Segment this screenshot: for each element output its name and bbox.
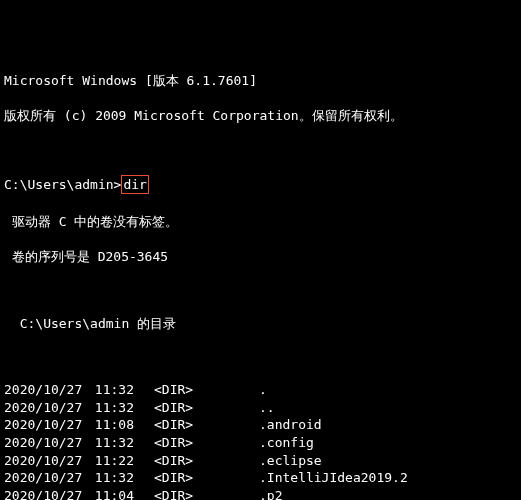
header-line-2: 版权所有 (c) 2009 Microsoft Corporation。保留所有… bbox=[4, 107, 517, 125]
prompt-dir: C:\Users\admin>dir bbox=[4, 176, 517, 194]
entry-dir-marker: <DIR> bbox=[144, 487, 224, 500]
entry-date: 2020/10/27 bbox=[4, 381, 84, 399]
entry-name: .config bbox=[224, 434, 314, 452]
entry-name: .. bbox=[224, 399, 275, 417]
entry-time: 11:32 bbox=[84, 381, 134, 399]
entry-name: .eclipse bbox=[224, 452, 322, 470]
dir-entry: 2020/10/2711:04<DIR>.p2 bbox=[4, 487, 517, 500]
entry-dir-marker: <DIR> bbox=[144, 399, 224, 417]
entry-name: .p2 bbox=[224, 487, 282, 500]
entry-date: 2020/10/27 bbox=[4, 452, 84, 470]
entry-dir-marker: <DIR> bbox=[144, 434, 224, 452]
entry-date: 2020/10/27 bbox=[4, 399, 84, 417]
dir-entry: 2020/10/2711:32<DIR>. bbox=[4, 381, 517, 399]
entry-dir-marker: <DIR> bbox=[144, 416, 224, 434]
entry-dir-marker: <DIR> bbox=[144, 469, 224, 487]
entry-time: 11:08 bbox=[84, 416, 134, 434]
entry-date: 2020/10/27 bbox=[4, 469, 84, 487]
dir-entry: 2020/10/2711:32<DIR>.IntelliJIdea2019.2 bbox=[4, 469, 517, 487]
entry-time: 11:32 bbox=[84, 434, 134, 452]
entry-dir-marker: <DIR> bbox=[144, 452, 224, 470]
entry-time: 11:32 bbox=[84, 399, 134, 417]
dir-entry: 2020/10/2711:08<DIR>.android bbox=[4, 416, 517, 434]
dir-entry: 2020/10/2711:32<DIR>.. bbox=[4, 399, 517, 417]
entry-name: .android bbox=[224, 416, 322, 434]
entry-dir-marker: <DIR> bbox=[144, 381, 224, 399]
entry-name: .IntelliJIdea2019.2 bbox=[224, 469, 408, 487]
cmd-dir: dir bbox=[121, 175, 148, 195]
dir-entry: 2020/10/2711:22<DIR>.eclipse bbox=[4, 452, 517, 470]
dir-listing: 2020/10/2711:32<DIR>.2020/10/2711:32<DIR… bbox=[4, 381, 517, 500]
volume-info-1: 驱动器 C 中的卷没有标签。 bbox=[4, 213, 517, 231]
header-line-1: Microsoft Windows [版本 6.1.7601] bbox=[4, 72, 517, 90]
dir-entry: 2020/10/2711:32<DIR>.config bbox=[4, 434, 517, 452]
directory-of: C:\Users\admin 的目录 bbox=[4, 315, 517, 333]
entry-date: 2020/10/27 bbox=[4, 416, 84, 434]
entry-time: 11:22 bbox=[84, 452, 134, 470]
entry-time: 11:32 bbox=[84, 469, 134, 487]
entry-date: 2020/10/27 bbox=[4, 434, 84, 452]
entry-date: 2020/10/27 bbox=[4, 487, 84, 500]
prompt-path: C:\Users\admin> bbox=[4, 177, 121, 192]
entry-time: 11:04 bbox=[84, 487, 134, 500]
entry-name: . bbox=[224, 381, 267, 399]
volume-info-2: 卷的序列号是 D205-3645 bbox=[4, 248, 517, 266]
